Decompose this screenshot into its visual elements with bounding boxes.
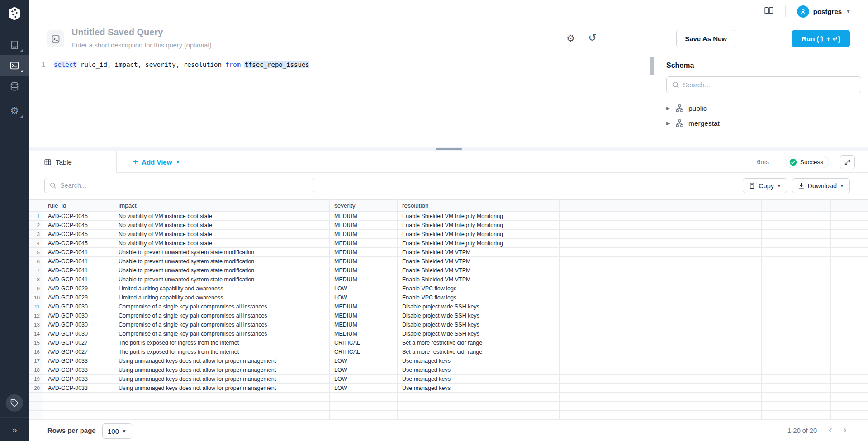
table-cell (762, 239, 831, 248)
panel-resize-divider[interactable] (29, 147, 868, 151)
table-cell: Disable project-wide SSH keys (398, 329, 560, 338)
table-cell: Unable to prevent unwanted system state … (114, 257, 330, 266)
table-cell (762, 365, 831, 375)
schema-tree-item-label: mergestat (688, 119, 720, 128)
table-row[interactable]: 3AVD-GCP-0045No visibility of VM instanc… (29, 230, 868, 239)
results-table-head-row: rule_idimpactseverityresolution (29, 200, 868, 212)
row-number: 6 (29, 257, 43, 266)
pagination-next-button[interactable]: › (838, 423, 852, 437)
table-cell-empty (695, 393, 762, 402)
table-cell (831, 284, 868, 293)
table-row[interactable]: 16AVD-GCP-0027The port is exposed for in… (29, 347, 868, 356)
table-cell: AVD-GCP-0033 (43, 365, 114, 375)
table-cell (695, 384, 762, 393)
results-tab-bar: Table + Add View ▼ 6ms Success (29, 151, 868, 173)
table-row[interactable]: 1AVD-GCP-0045No visibility of VM instanc… (29, 212, 868, 221)
pagination-prev-button[interactable]: ‹ (824, 423, 837, 437)
rows-per-page-select[interactable]: 100 ▼ (102, 423, 132, 439)
download-button-label: Download (808, 182, 837, 190)
query-settings-gear-icon[interactable]: ⚙ (566, 33, 575, 43)
sidebar-item-queries[interactable] (0, 55, 29, 76)
query-title-input[interactable]: Untitled Saved Query (71, 27, 163, 38)
top-bar: postgres ▼ (29, 0, 868, 22)
table-cell (626, 266, 695, 275)
sidebar-expand-button[interactable]: » (0, 421, 29, 439)
table-row[interactable]: 19AVD-GCP-0033Using unmanaged keys does … (29, 375, 868, 384)
sidebar-item-repos[interactable] (0, 34, 29, 55)
sql-editor[interactable]: 1 select rule_id, impact, severity, reso… (29, 56, 655, 147)
table-row[interactable]: 8AVD-GCP-0041Unable to prevent unwanted … (29, 275, 868, 284)
schema-search-input[interactable] (683, 81, 856, 89)
table-row[interactable]: 11AVD-GCP-0030Compromise of a single key… (29, 302, 868, 311)
column-header-severity[interactable]: severity (330, 200, 398, 212)
table-row[interactable]: 14AVD-GCP-0030Compromise of a single key… (29, 329, 868, 338)
table-row[interactable]: 9AVD-GCP-0029Limited auditing capability… (29, 284, 868, 293)
download-button[interactable]: Download ▼ (792, 178, 850, 193)
table-cell (762, 338, 831, 347)
table-cell (695, 230, 762, 239)
tab-table[interactable]: Table (29, 151, 117, 173)
copy-button[interactable]: Copy ▼ (743, 178, 787, 193)
schema-tree-item-public[interactable]: ▶public (666, 101, 861, 116)
chevron-right-icon[interactable]: ▶ (666, 120, 671, 126)
sidebar-item-connections[interactable] (0, 76, 29, 97)
save-as-new-button[interactable]: Save As New (676, 30, 735, 47)
results-search-input[interactable] (60, 182, 309, 189)
table-cell: LOW (330, 365, 398, 375)
table-cell (695, 293, 762, 302)
table-cell (695, 338, 762, 347)
query-description-input[interactable]: Enter a short description for this query… (71, 42, 211, 49)
table-cell: Enable VPC flow logs (398, 284, 560, 293)
column-header-empty (560, 200, 626, 212)
docs-book-icon[interactable] (764, 6, 774, 16)
table-cell (762, 293, 831, 302)
table-cell: MEDIUM (330, 329, 398, 338)
schema-tree-item-mergestat[interactable]: ▶mergestat (666, 116, 861, 131)
table-row[interactable]: 15AVD-GCP-0027The port is exposed for in… (29, 338, 868, 347)
sidebar-item-tags[interactable] (6, 394, 23, 412)
table-cell-empty (560, 411, 626, 420)
table-row[interactable]: 6AVD-GCP-0041Unable to prevent unwanted … (29, 257, 868, 266)
table-cell: AVD-GCP-0030 (43, 329, 114, 338)
table-cell (626, 320, 695, 329)
results-toolbar: Copy ▼ Download ▼ (29, 173, 868, 199)
table-row[interactable]: 20AVD-GCP-0033Using unmanaged keys does … (29, 384, 868, 393)
table-row[interactable]: 10AVD-GCP-0029Limited auditing capabilit… (29, 293, 868, 302)
table-cell: Enable Shielded VM Integrity Monitoring (398, 212, 560, 221)
table-cell (626, 384, 695, 393)
table-row[interactable]: 13AVD-GCP-0030Compromise of a single key… (29, 320, 868, 329)
table-cell: MEDIUM (330, 320, 398, 329)
add-view-button[interactable]: + Add View ▼ (133, 151, 180, 173)
table-cell: AVD-GCP-0041 (43, 248, 114, 257)
run-button[interactable]: Run (⇧ + ↵) (792, 30, 850, 47)
user-menu[interactable]: postgres ▼ (797, 5, 851, 18)
sidebar-item-settings[interactable]: ⚙ (0, 100, 29, 121)
query-history-icon[interactable]: ↺ (588, 33, 597, 43)
table-row[interactable]: 18AVD-GCP-0033Using unmanaged keys does … (29, 365, 868, 375)
table-cell: MEDIUM (330, 248, 398, 257)
table-cell (626, 248, 695, 257)
column-header-resolution[interactable]: resolution (398, 200, 560, 212)
table-row[interactable]: 5AVD-GCP-0041Unable to prevent unwanted … (29, 248, 868, 257)
column-header-rule_id[interactable]: rule_id (43, 200, 114, 212)
table-cell (626, 338, 695, 347)
column-header-impact[interactable]: impact (114, 200, 330, 212)
table-cell: MEDIUM (330, 257, 398, 266)
table-cell (762, 248, 831, 257)
table-cell (695, 284, 762, 293)
table-cell (762, 212, 831, 221)
table-row[interactable]: 12AVD-GCP-0030Compromise of a single key… (29, 311, 868, 320)
table-row[interactable]: 7AVD-GCP-0041Unable to prevent unwanted … (29, 266, 868, 275)
table-cell: Disable project-wide SSH keys (398, 302, 560, 311)
table-row[interactable]: 17AVD-GCP-0033Using unmanaged keys does … (29, 356, 868, 365)
resize-handle[interactable] (436, 148, 462, 150)
table-cell-empty (43, 402, 114, 411)
editor-scrollbar-thumb[interactable] (650, 57, 654, 75)
chevron-right-icon[interactable]: ▶ (666, 105, 671, 111)
mergestat-logo-icon[interactable] (8, 6, 21, 21)
table-row[interactable]: 2AVD-GCP-0045No visibility of VM instanc… (29, 221, 868, 230)
table-cell (560, 284, 626, 293)
table-cell (831, 365, 868, 375)
fullscreen-results-button[interactable] (840, 155, 855, 169)
table-row[interactable]: 4AVD-GCP-0045No visibility of VM instanc… (29, 239, 868, 248)
